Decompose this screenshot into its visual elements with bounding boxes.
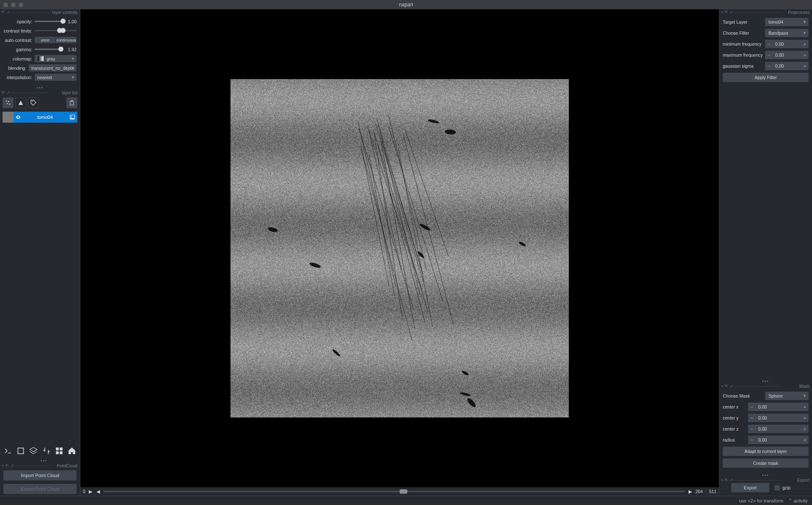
choose-mask-value: Sphere: [768, 393, 783, 398]
increment-icon[interactable]: +: [801, 414, 809, 422]
new-points-button[interactable]: [3, 97, 14, 108]
layer-toolbar: [0, 96, 80, 110]
increment-icon[interactable]: +: [801, 51, 809, 59]
svg-point-6: [71, 116, 72, 117]
apply-filter-button[interactable]: Apply Filter: [723, 73, 809, 82]
dim-slider[interactable]: [103, 491, 685, 492]
increment-icon[interactable]: +: [801, 425, 809, 433]
close-window-icon[interactable]: [3, 3, 8, 7]
decrement-icon[interactable]: −: [748, 414, 756, 422]
expand-icon[interactable]: ⤢: [7, 91, 10, 95]
gamma-value: 1.92: [63, 47, 77, 52]
expand-icon[interactable]: ⤢: [730, 10, 733, 14]
sigma-input[interactable]: − 0.00 +: [765, 62, 809, 70]
colormap-select[interactable]: gray ▼: [35, 55, 77, 62]
layer-thumbnail: [3, 112, 14, 123]
undock-icon[interactable]: ⇱: [725, 478, 728, 482]
svg-rect-9: [60, 448, 62, 450]
center-x-label: center x: [723, 404, 748, 409]
activity-button[interactable]: ⌃ activity: [788, 498, 808, 503]
minimize-window-icon[interactable]: [11, 3, 16, 7]
undock-icon[interactable]: ⇱: [725, 384, 728, 388]
undock-icon[interactable]: ⇱: [725, 10, 728, 14]
increment-icon[interactable]: +: [801, 40, 809, 48]
center-y-input[interactable]: −0.00+: [748, 414, 809, 422]
new-shapes-button[interactable]: [15, 97, 26, 108]
grid-button[interactable]: [55, 446, 64, 456]
center-z-input[interactable]: −0.00+: [748, 425, 809, 433]
zoom-window-icon[interactable]: [19, 3, 23, 7]
decrement-icon[interactable]: −: [765, 40, 773, 48]
play-button[interactable]: ▶: [88, 489, 93, 494]
gamma-slider[interactable]: [35, 49, 63, 50]
expand-icon[interactable]: ⤢: [730, 384, 733, 388]
console-button[interactable]: [3, 446, 13, 456]
roll-dims-button[interactable]: [29, 446, 38, 456]
auto-contrast-once-button[interactable]: once: [35, 37, 56, 43]
checkbox-icon[interactable]: [774, 485, 780, 491]
window-traffic-lights[interactable]: [3, 3, 23, 7]
preprocess-panel: Target Layer tomo04 ▼ Choose Filter Band…: [719, 15, 812, 87]
auto-contrast-label: auto-contrast:: [3, 38, 35, 43]
image-canvas[interactable]: [230, 79, 569, 417]
decrement-icon[interactable]: −: [765, 62, 773, 70]
expand-icon[interactable]: ⤢: [7, 10, 10, 14]
layer-controls: opacity: 1.00 contrast limits:: [0, 15, 80, 85]
separator-dots[interactable]: •••: [719, 473, 812, 477]
delete-layer-button[interactable]: [66, 97, 77, 108]
transpose-button[interactable]: [42, 446, 51, 456]
max-freq-label: maximum frequency: [723, 52, 765, 58]
create-mask-button[interactable]: Create mask: [723, 458, 809, 468]
increment-icon[interactable]: +: [801, 436, 809, 444]
svg-rect-10: [56, 452, 58, 454]
target-layer-select[interactable]: tomo04 ▼: [765, 18, 809, 26]
expand-icon[interactable]: ⤢: [11, 464, 14, 468]
increment-icon[interactable]: +: [801, 62, 809, 70]
export-title: Export: [733, 478, 810, 483]
center-y-value: 0.00: [756, 415, 801, 420]
home-button[interactable]: [67, 446, 77, 456]
ndisplay-button[interactable]: [16, 446, 25, 456]
radius-input[interactable]: −0.00+: [748, 436, 809, 444]
interpolation-value: nearest: [37, 75, 52, 80]
close-dock-icon[interactable]: ×: [721, 10, 723, 14]
decrement-icon[interactable]: −: [765, 51, 773, 59]
close-dock-icon[interactable]: ×: [721, 478, 723, 482]
export-button[interactable]: Export: [731, 483, 769, 492]
center-x-input[interactable]: −0.00+: [748, 403, 809, 411]
separator-dots[interactable]: •••: [0, 458, 80, 463]
mask-panel: Choose Mask Sphere ▼ center x −0.00+ cen…: [719, 389, 812, 473]
max-freq-input[interactable]: − 0.00 +: [765, 51, 809, 59]
decrement-icon[interactable]: −: [748, 425, 756, 433]
separator-dots[interactable]: •••: [719, 379, 812, 383]
opacity-slider[interactable]: [35, 21, 63, 22]
expand-icon[interactable]: ⤢: [730, 478, 733, 482]
adapt-layer-button[interactable]: Adapt to current layer: [723, 447, 809, 456]
choose-mask-select[interactable]: Sphere ▼: [765, 392, 809, 400]
decrement-icon[interactable]: −: [748, 403, 756, 411]
undock-icon[interactable]: ⇱: [5, 464, 9, 468]
undock-icon[interactable]: ⇱: [2, 10, 5, 14]
export-pointcloud-button[interactable]: Export Point Cloud: [3, 484, 77, 494]
dim-max: 511: [709, 489, 716, 494]
interpolation-select[interactable]: nearest ▼: [35, 74, 77, 81]
new-labels-button[interactable]: [28, 97, 39, 108]
gzip-checkbox[interactable]: gzip: [774, 485, 790, 491]
visibility-toggle-icon[interactable]: [14, 114, 23, 120]
decrement-icon[interactable]: −: [748, 436, 756, 444]
increment-icon[interactable]: +: [801, 403, 809, 411]
step-right-button[interactable]: ▶: [688, 489, 693, 494]
import-pointcloud-button[interactable]: Import Point Cloud: [3, 470, 77, 480]
undock-icon[interactable]: ⇱: [2, 91, 5, 95]
separator-dots[interactable]: •••: [0, 85, 80, 90]
right-panel: × ⇱ ⤢ Preprocess Target Layer tomo04 ▼ C…: [719, 9, 812, 496]
close-dock-icon[interactable]: ×: [721, 384, 723, 388]
close-dock-icon[interactable]: ×: [2, 464, 4, 468]
filter-select[interactable]: Bandpass ▼: [765, 29, 809, 37]
min-freq-input[interactable]: − 0.00 +: [765, 40, 809, 48]
contrast-slider[interactable]: [35, 30, 77, 31]
step-left-button[interactable]: ◀: [96, 489, 101, 494]
layer-item-tomo04[interactable]: tomo04: [3, 112, 77, 123]
auto-contrast-continuous-button[interactable]: continuous: [56, 37, 77, 43]
blending-select[interactable]: translucent_no_depth ▼: [29, 64, 77, 71]
